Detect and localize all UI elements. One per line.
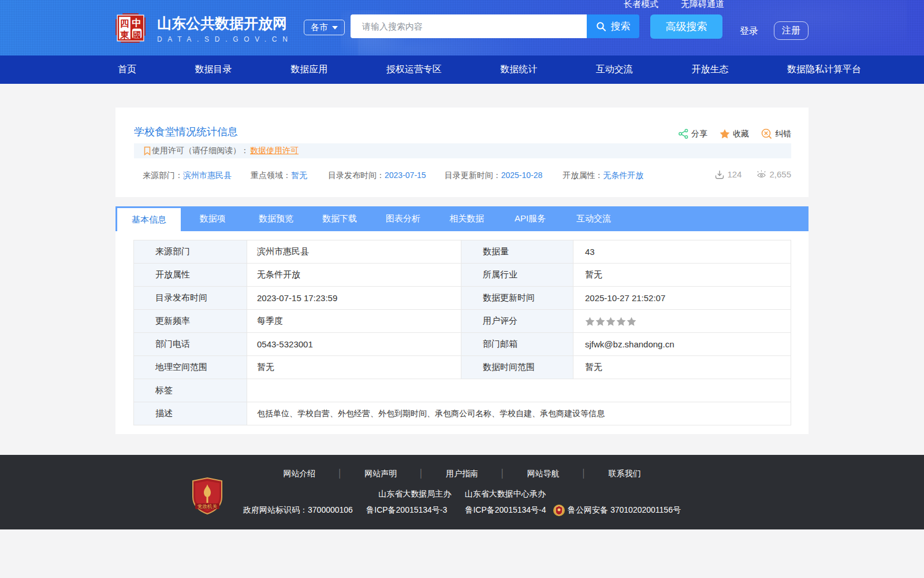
svg-text:党政机关: 党政机关 <box>198 503 218 509</box>
svg-text:東: 東 <box>120 30 130 40</box>
svg-text:中: 中 <box>132 18 141 28</box>
svg-text:國: 國 <box>133 30 141 39</box>
svg-text:四: 四 <box>120 18 129 28</box>
